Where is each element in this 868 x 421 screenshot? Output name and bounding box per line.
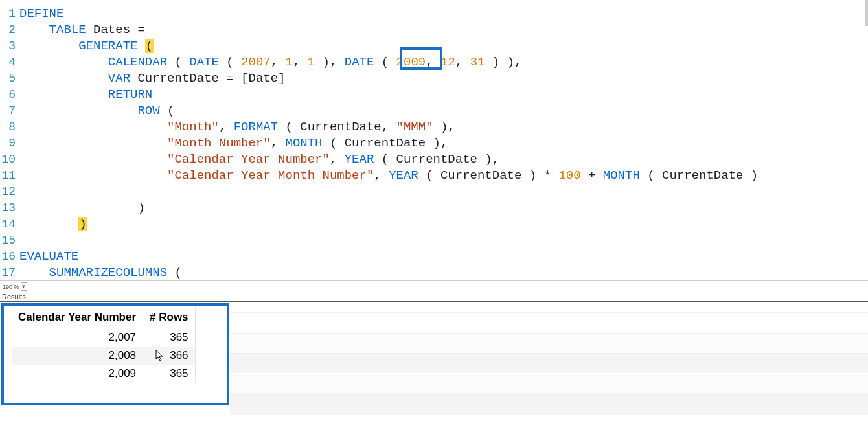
- token-punc: [19, 217, 78, 231]
- code-content[interactable]: "Calendar Year Month Number", YEAR ( Cur…: [17, 168, 758, 183]
- token-fn: FORMAT: [234, 120, 278, 134]
- line-number: 14: [0, 218, 17, 231]
- line-number: 5: [0, 72, 17, 85]
- token-fn: MONTH: [286, 136, 323, 150]
- results-stripe: [230, 353, 868, 373]
- code-content[interactable]: TABLE Dates =: [17, 23, 145, 37]
- token-punc: [19, 152, 167, 166]
- code-line[interactable]: 5 VAR CurrentDate = [Date]: [0, 70, 868, 86]
- code-line[interactable]: 2 TABLE Dates =: [0, 21, 868, 38]
- code-content[interactable]: "Month", FORMAT ( CurrentDate, "MMM" ),: [17, 120, 455, 134]
- token-str: "MMM": [396, 120, 433, 134]
- results-stripe: [230, 333, 868, 353]
- token-num: 12: [440, 55, 455, 69]
- token-kw: VAR: [108, 71, 130, 85]
- code-line[interactable]: 13 ): [0, 199, 868, 216]
- token-punc: [19, 120, 167, 134]
- code-line[interactable]: 7 ROW (: [0, 102, 868, 119]
- token-punc: [19, 87, 108, 102]
- line-number: 3: [0, 40, 17, 52]
- code-line[interactable]: 9 "Month Number", MONTH ( CurrentDate ),: [0, 135, 868, 151]
- code-line[interactable]: 16EVALUATE: [0, 248, 868, 264]
- code-content[interactable]: EVALUATE: [17, 249, 78, 264]
- code-line[interactable]: 11 "Calendar Year Month Number", YEAR ( …: [0, 167, 868, 183]
- token-punc: (: [167, 266, 182, 280]
- token-punc: ,: [374, 168, 389, 183]
- token-bracket-hi: ): [78, 217, 87, 231]
- token-punc: ),: [315, 55, 345, 69]
- line-number: 1: [0, 7, 17, 20]
- code-content[interactable]: DEFINE: [17, 6, 63, 21]
- code-content[interactable]: "Month Number", MONTH ( CurrentDate ),: [17, 136, 448, 150]
- code-content[interactable]: ): [17, 217, 87, 231]
- line-number: 15: [0, 234, 17, 247]
- code-content[interactable]: RETURN: [17, 87, 152, 102]
- token-kw: GENERATE: [78, 39, 137, 53]
- results-stripe: [230, 374, 868, 394]
- code-content[interactable]: "Calendar Year Number", YEAR ( CurrentDa…: [17, 152, 499, 166]
- code-content[interactable]: VAR CurrentDate = [Date]: [17, 71, 286, 85]
- token-punc: [19, 23, 49, 37]
- line-number: 9: [0, 137, 17, 150]
- token-kw: RETURN: [108, 87, 152, 102]
- code-content[interactable]: ): [17, 201, 145, 215]
- code-line[interactable]: 1DEFINE: [0, 5, 868, 21]
- token-num: 1: [308, 55, 315, 69]
- token-punc: [19, 39, 78, 53]
- token-punc: ): [19, 201, 145, 215]
- token-punc: (: [160, 104, 175, 118]
- highlight-results-box: [1, 303, 229, 405]
- token-num: 100: [558, 168, 580, 183]
- token-bracket-hi: (: [145, 39, 154, 53]
- line-number: 17: [0, 266, 17, 279]
- token-fn: DATE: [189, 55, 219, 69]
- token-kw: EVALUATE: [19, 249, 78, 264]
- code-content[interactable]: CALENDAR ( DATE ( 2007, 1, 1 ), DATE ( 2…: [17, 55, 521, 69]
- token-kw: TABLE: [49, 23, 86, 37]
- line-number: 10: [0, 153, 17, 166]
- token-str: "Month Number": [167, 136, 271, 150]
- code-line[interactable]: 15: [0, 232, 868, 248]
- token-ident: CurrentDate = [Date]: [130, 71, 285, 85]
- token-kw: DEFINE: [19, 6, 63, 21]
- code-line[interactable]: 8 "Month", FORMAT ( CurrentDate, "MMM" )…: [0, 119, 868, 135]
- results-stripe: [230, 394, 868, 415]
- code-line[interactable]: 17 SUMMARIZECOLUMNS (: [0, 264, 868, 280]
- line-number: 7: [0, 104, 17, 117]
- token-fn: MONTH: [603, 168, 640, 183]
- token-punc: [137, 39, 144, 53]
- token-punc: ( CurrentDate ): [640, 168, 758, 183]
- token-punc: ,: [293, 55, 308, 69]
- token-punc: ) ),: [485, 55, 521, 69]
- code-content[interactable]: SUMMARIZECOLUMNS (: [17, 266, 182, 280]
- token-punc: [19, 71, 108, 85]
- code-line[interactable]: 6 RETURN: [0, 86, 868, 102]
- token-ident: Dates =: [86, 23, 145, 37]
- token-punc: [19, 168, 167, 183]
- results-panel-label: Results: [0, 292, 868, 302]
- token-punc: [19, 136, 167, 150]
- highlight-code-box: [400, 47, 442, 70]
- token-str: "Month": [167, 120, 219, 134]
- scrollbar-handle[interactable]: [865, 0, 868, 26]
- code-content[interactable]: ROW (: [17, 104, 174, 118]
- token-num: 2007: [241, 55, 271, 69]
- token-num: 1: [286, 55, 293, 69]
- line-number: 12: [0, 185, 17, 198]
- code-line[interactable]: 12: [0, 183, 868, 199]
- token-punc: (: [219, 55, 241, 69]
- token-fn: YEAR: [345, 152, 374, 166]
- code-line[interactable]: 10 "Calendar Year Number", YEAR ( Curren…: [0, 151, 868, 167]
- zoom-dropdown[interactable]: ▾: [21, 282, 27, 291]
- token-punc: ,: [271, 55, 286, 69]
- token-punc: +: [581, 168, 603, 183]
- token-punc: ( CurrentDate ),: [374, 152, 499, 166]
- token-punc: [19, 55, 108, 69]
- zoom-bar: 190 % ▾: [0, 280, 868, 292]
- code-line[interactable]: 14 ): [0, 216, 868, 232]
- token-str: "Calendar Year Number": [167, 152, 330, 166]
- code-content[interactable]: GENERATE (: [17, 39, 154, 53]
- code-editor[interactable]: 1DEFINE2 TABLE Dates =3 GENERATE (4 CALE…: [0, 0, 868, 280]
- token-fn: CALENDAR: [108, 55, 167, 69]
- line-number: 11: [0, 169, 17, 182]
